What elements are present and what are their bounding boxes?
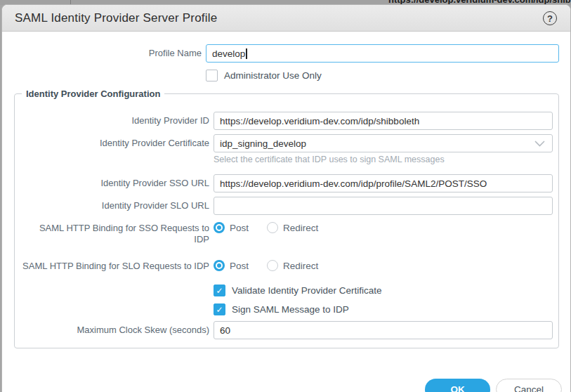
admin-use-only-row: ✓ Administrator Use Only	[2, 70, 570, 81]
idp-sso-url-input[interactable]: https://develop.veridium-dev.com/idp/pro…	[214, 174, 553, 192]
radio-button-icon	[267, 260, 278, 271]
slo-binding-post-option[interactable]: Post	[214, 260, 249, 271]
dialog-body: Profile Name develop ✓ Administrator Use…	[2, 32, 570, 392]
idp-certificate-hint: Select the certificate that IDP uses to …	[214, 152, 445, 164]
slo-binding-row: SAML HTTP Binding for SLO Requests to ID…	[15, 259, 553, 272]
text-cursor	[246, 48, 247, 59]
sso-binding-post-option[interactable]: Post	[214, 222, 249, 233]
dialog-titlebar: SAML Identity Provider Server Profile ?	[2, 5, 570, 32]
admin-use-only-checkbox[interactable]: ✓	[206, 70, 218, 81]
idp-id-label: Identity Provider ID	[15, 115, 214, 126]
check-icon: ✓	[216, 287, 223, 295]
validate-cert-row: ✓ Validate Identity Provider Certificate	[15, 285, 553, 296]
idp-id-input[interactable]: https://develop.veridium-dev.com/idp/shi…	[214, 112, 553, 130]
dialog-footer: OK Cancel	[2, 379, 570, 392]
idp-certificate-select[interactable]: idp_signing_develop	[214, 134, 553, 152]
saml-idp-profile-dialog: SAML Identity Provider Server Profile ? …	[1, 4, 571, 392]
clock-skew-label: Maximum Clock Skew (seconds)	[15, 325, 214, 336]
idp-certificate-row: Identity Provider Certificate idp_signin…	[15, 134, 553, 152]
idp-certificate-hint-row: Select the certificate that IDP uses to …	[15, 152, 553, 164]
idp-certificate-label: Identity Provider Certificate	[15, 138, 214, 149]
validate-cert-checkbox[interactable]: ✓	[214, 285, 225, 296]
sso-binding-row: SAML HTTP Binding for SSO Requests to ID…	[15, 221, 553, 245]
idp-slo-url-input[interactable]	[214, 197, 553, 215]
idp-sso-url-label: Identity Provider SSO URL	[15, 178, 214, 189]
validate-cert-label: Validate Identity Provider Certificate	[232, 285, 382, 296]
chevron-down-icon	[534, 138, 545, 149]
identity-provider-configuration-section: Identity Provider Configuration Identity…	[14, 89, 559, 348]
sign-saml-checkbox[interactable]: ✓	[214, 303, 225, 315]
ok-button[interactable]: OK	[425, 379, 490, 392]
profile-name-label: Profile Name	[2, 48, 206, 59]
cancel-button[interactable]: Cancel	[496, 379, 562, 392]
sign-saml-row: ✓ Sign SAML Message to IDP	[15, 303, 553, 315]
dialog-title: SAML Identity Provider Server Profile	[15, 11, 217, 25]
sso-binding-redirect-option[interactable]: Redirect	[267, 222, 318, 233]
profile-name-row: Profile Name develop	[2, 44, 570, 63]
idp-id-row: Identity Provider ID https://develop.ver…	[15, 112, 553, 130]
profile-name-value: develop	[212, 48, 245, 59]
radio-button-icon	[214, 260, 225, 271]
slo-binding-redirect-option[interactable]: Redirect	[267, 260, 318, 271]
clock-skew-row: Maximum Clock Skew (seconds) 60	[15, 321, 553, 339]
idp-sso-url-row: Identity Provider SSO URL https://develo…	[15, 174, 553, 192]
radio-button-icon	[267, 222, 278, 233]
admin-use-only-label: Administrator Use Only	[224, 70, 322, 81]
section-title: Identity Provider Configuration	[22, 89, 164, 99]
sign-saml-label: Sign SAML Message to IDP	[232, 304, 349, 315]
sso-binding-label: SAML HTTP Binding for SSO Requests to ID…	[15, 221, 214, 245]
idp-slo-url-label: Identity Provider SLO URL	[15, 200, 214, 211]
help-icon[interactable]: ?	[543, 11, 557, 25]
idp-slo-url-row: Identity Provider SLO URL	[15, 197, 553, 215]
slo-binding-label: SAML HTTP Binding for SLO Requests to ID…	[15, 259, 214, 272]
clock-skew-input[interactable]: 60	[214, 321, 553, 339]
radio-button-icon	[214, 222, 225, 233]
profile-name-input[interactable]: develop	[206, 44, 559, 63]
idp-certificate-value: idp_signing_develop	[220, 138, 534, 149]
check-icon: ✓	[216, 306, 223, 314]
